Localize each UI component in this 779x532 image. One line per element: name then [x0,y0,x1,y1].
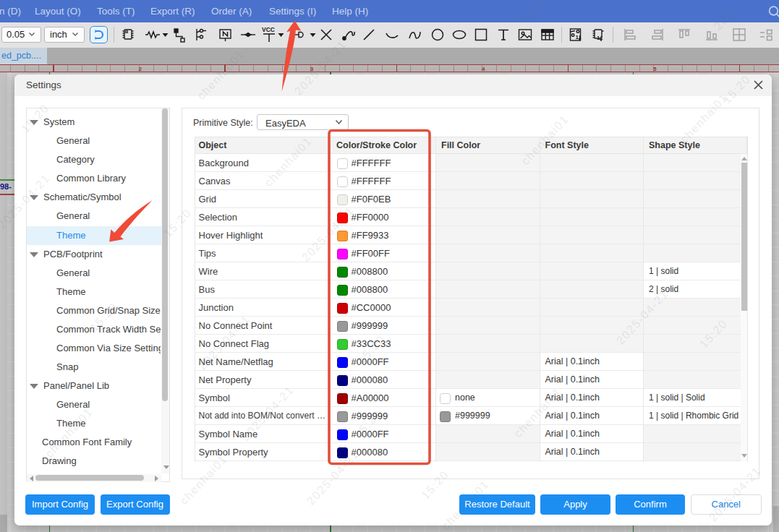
svg-text:1: 1 [576,34,579,40]
svg-text:1: 1 [597,35,600,41]
